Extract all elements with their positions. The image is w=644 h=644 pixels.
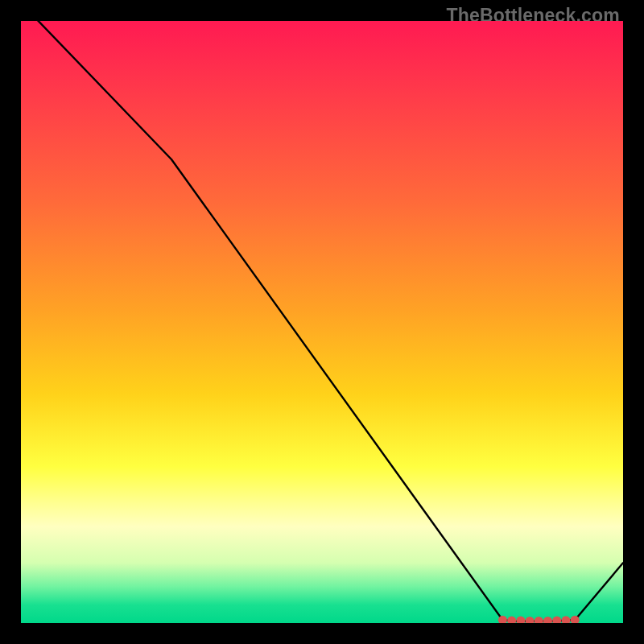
chart-svg [21,21,623,623]
marker-dot [552,617,561,623]
marker-dot [561,616,570,623]
marker-dot [526,617,535,623]
curve-line [21,21,623,621]
marker-dot [535,617,543,623]
marker-dot [516,617,525,623]
plot-area [21,21,623,623]
marker-dot [543,617,552,623]
marker-dot [507,617,516,623]
marker-cluster [498,616,580,623]
chart-frame: TheBottleneck.com [0,0,644,644]
